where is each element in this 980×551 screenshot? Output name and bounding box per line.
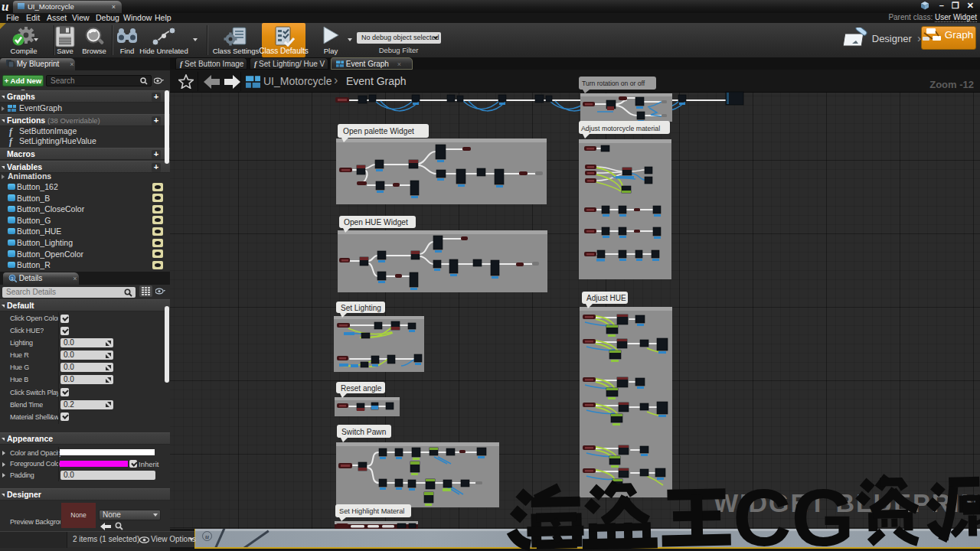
svg-text:Reset angle: Reset angle bbox=[341, 384, 382, 393]
svg-text:Switch Pawn: Switch Pawn bbox=[341, 428, 386, 436]
svg-text:Open palette Widget: Open palette Widget bbox=[343, 127, 414, 135]
svg-text:Adjust motorcycle material: Adjust motorcycle material bbox=[581, 125, 660, 132]
svg-text:Adjust HUE: Adjust HUE bbox=[586, 294, 626, 302]
svg-text:Turn rotation on or off: Turn rotation on or off bbox=[582, 80, 645, 87]
svg-text:Set Highlight Materal: Set Highlight Materal bbox=[339, 507, 404, 515]
svg-text:Open HUE Widget: Open HUE Widget bbox=[344, 218, 408, 227]
svg-text:Set Lighting: Set Lighting bbox=[341, 304, 381, 312]
